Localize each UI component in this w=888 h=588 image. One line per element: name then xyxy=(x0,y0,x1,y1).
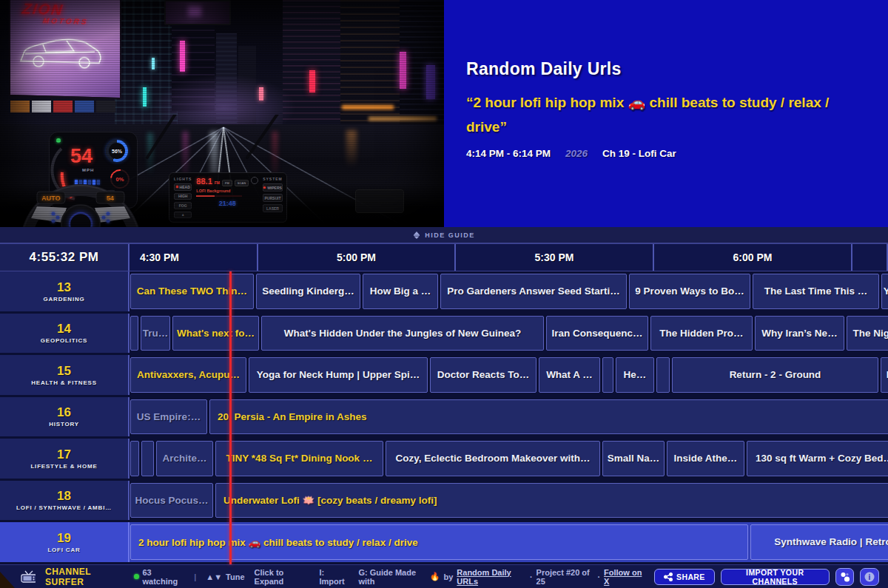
program-cell[interactable]: Seedling Kinderg… xyxy=(256,274,360,309)
channel-label[interactable]: 14GEOPOLITICS xyxy=(0,314,130,354)
channel-label[interactable]: 15HEALTH & FITNESS xyxy=(0,355,130,395)
pursuit-button[interactable]: PURSUIT xyxy=(263,194,283,202)
channel-number: 18 xyxy=(57,489,71,504)
program-cell[interactable]: What's next fo… xyxy=(172,316,259,351)
system-section-label: SYSTEM xyxy=(263,177,283,181)
program-cell[interactable]: The Nig… xyxy=(847,316,888,351)
channel-label[interactable]: 17LIFESTYLE & HOME xyxy=(0,439,130,479)
program-cell[interactable]: Archite… xyxy=(156,441,213,476)
info-button[interactable]: i xyxy=(860,568,879,586)
channel-label[interactable]: 13GARDENING xyxy=(0,271,130,311)
time-slot: 5:00 PM xyxy=(258,244,456,271)
program-cells: Antivaxxers, Acupu…Yoga for Neck Hump | … xyxy=(130,355,888,395)
fm-pill[interactable]: FM xyxy=(222,180,232,186)
battery-gauge: 56% xyxy=(106,140,128,162)
wheel-speed-display: 54 xyxy=(107,195,114,202)
channel-row: 16HISTORYUS Empire:…20. Persia - An Empi… xyxy=(0,397,888,437)
current-time-indicator xyxy=(229,271,232,564)
svg-text:i: i xyxy=(869,572,871,581)
program-cell[interactable]: US Empire:… xyxy=(130,399,207,435)
program-cell[interactable]: Doctor Reacts To… xyxy=(430,357,536,393)
channel-title: Random Daily Urls xyxy=(466,59,866,79)
import-hint: I: Import xyxy=(319,568,349,586)
expand-hint[interactable]: Click to Expand xyxy=(255,568,310,586)
program-cell[interactable]: Y… xyxy=(881,274,888,309)
program-cell[interactable]: 130 sq ft Warm + Cozy Bed… xyxy=(747,441,888,476)
scan-button[interactable]: SCAN xyxy=(235,180,249,186)
program-info-panel: Random Daily Urls “2 hour lofi hip hop m… xyxy=(444,0,888,227)
program-cell-empty xyxy=(656,357,670,393)
program-cell[interactable]: He… xyxy=(616,357,654,393)
desk-corner xyxy=(0,572,15,588)
program-cell[interactable]: M… xyxy=(881,357,888,393)
touchpad xyxy=(355,189,404,213)
creator-link[interactable]: Random Daily URLs xyxy=(457,568,526,586)
live-dot-icon xyxy=(134,574,138,579)
time-slot xyxy=(852,244,888,271)
channel-label[interactable]: 16HISTORY xyxy=(0,397,130,437)
neon-sign-pink xyxy=(180,41,185,72)
speed-value: 54 xyxy=(70,145,92,168)
program-cell[interactable]: Inside Athe… xyxy=(667,441,744,476)
wipers-button[interactable]: WIPERS xyxy=(263,183,283,192)
program-cell[interactable]: Tru… xyxy=(141,316,170,351)
program-cell[interactable]: Pro Gardeners Answer Seed Starti… xyxy=(440,274,627,309)
video-player[interactable]: ZION MOTORS 54 MPH 56% xyxy=(0,0,444,227)
watching-status: 63 watching xyxy=(134,568,184,586)
program-cell[interactable]: How Big a … xyxy=(363,274,438,309)
share-button[interactable]: SHARE xyxy=(654,569,715,585)
steering-wheel: AUTO 54 xyxy=(18,175,144,227)
app-screen: ZION MOTORS 54 MPH 56% xyxy=(0,0,888,588)
radio-band: FM xyxy=(215,180,220,185)
laser-button[interactable]: LASER xyxy=(263,204,283,212)
program-cell[interactable]: What A … xyxy=(539,357,600,393)
tv-logo-icon xyxy=(21,570,36,583)
car-radio-panel: LIGHTS HEAD HIGH FOG ▲ 88.1 FM FM SCAN L… xyxy=(169,172,287,223)
warning-icon: ▲ xyxy=(181,212,185,217)
program-cell[interactable]: Cozy, Eclectic Bedroom Makeover with… xyxy=(386,441,600,476)
program-cell[interactable]: Iran Consequenc… xyxy=(546,316,648,351)
hazard-button[interactable]: ▲ xyxy=(174,212,192,219)
program-cell[interactable]: Small Na… xyxy=(602,441,665,476)
separator: | xyxy=(194,572,196,581)
program-cell[interactable]: 2 hour lofi hip hop mix 🚗 chill beats to… xyxy=(130,524,748,560)
window-streak-orange xyxy=(342,105,394,109)
follow-link[interactable]: Follow on X xyxy=(604,568,645,586)
program-cell-empty xyxy=(141,441,154,476)
program-cell[interactable]: Why Iran’s Ne… xyxy=(755,316,844,351)
hide-guide-button[interactable]: HIDE GUIDE xyxy=(0,227,888,244)
program-cells: Can These TWO Thin…Seedling Kinderg…How … xyxy=(130,271,888,311)
channel-row: 18LOFI / SYNTHWAVE / AMBI…Hocus Pocus…Un… xyxy=(0,481,888,521)
program-cell[interactable]: Hocus Pocus… xyxy=(130,483,213,518)
status-bar: CHANNEL SURFER 63 watching | ▲▼ Tune Cli… xyxy=(0,564,888,588)
headlights-button[interactable]: HEAD xyxy=(174,183,192,191)
import-channels-button[interactable]: IMPORT YOUR CHANNELS xyxy=(721,569,830,585)
tune-label: Tune xyxy=(226,572,244,581)
battery-percent: 56% xyxy=(109,143,125,159)
active-dot xyxy=(263,186,266,189)
program-cell[interactable]: The Hidden Pro… xyxy=(650,316,753,351)
program-cell[interactable]: Synthwave Radio | Retro C… xyxy=(750,524,888,560)
dots-logo-button[interactable] xyxy=(835,568,855,586)
volume-knob[interactable] xyxy=(251,177,258,184)
program-cell[interactable]: Underwater Lofi 🪷 [cozy beats / dreamy l… xyxy=(215,483,888,518)
fog-button[interactable]: FOG xyxy=(174,202,192,209)
highbeam-button[interactable]: HIGH xyxy=(174,193,192,200)
program-cell[interactable]: TINY *48 Sq Ft* Dining Nook … xyxy=(215,441,383,476)
program-cell[interactable]: Can These TWO Thin… xyxy=(130,274,254,309)
program-cell[interactable]: 9 Proven Ways to Bo… xyxy=(629,274,750,309)
program-cells: Tru…What's next fo…What's Hidden Under t… xyxy=(130,314,888,354)
credits: G: Guide Made with 🔥 by Random Daily URL… xyxy=(358,568,645,586)
program-cell[interactable]: What's Hidden Under the Jungles of New G… xyxy=(261,316,544,351)
program-channel: Ch 19 - Lofi Car xyxy=(602,148,676,159)
channel-label[interactable]: 18LOFI / SYNTHWAVE / AMBI… xyxy=(0,481,130,521)
lights-section-label: LIGHTS xyxy=(174,177,192,181)
neon-sign-red xyxy=(309,70,315,92)
program-cell[interactable]: The Last Time This … xyxy=(753,274,879,309)
program-cell[interactable]: Yoga for Neck Hump | Upper Spi… xyxy=(249,357,428,393)
wheel-auto-display: AUTO xyxy=(41,195,60,202)
share-icon xyxy=(664,572,673,581)
program-cell[interactable]: Return - 2 - Ground xyxy=(672,357,878,393)
channel-label[interactable]: 19LOFI CAR xyxy=(0,522,130,562)
program-cell[interactable]: 20. Persia - An Empire in Ashes xyxy=(209,399,888,435)
